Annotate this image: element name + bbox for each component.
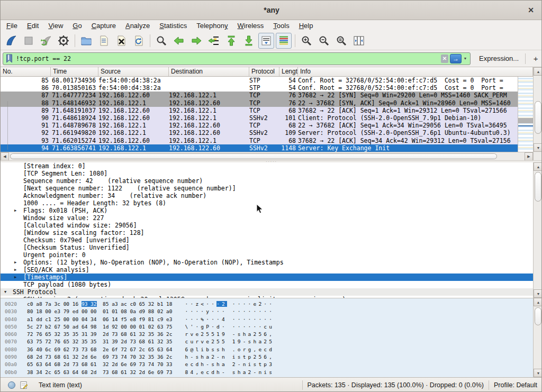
hex-row[interactable]: 00505c 27 b2 67 50 ad 64 98 1d 92 00 00 … <box>1 323 542 331</box>
packet-row-90[interactable]: 9071.648618924192.168.122.60192.168.122.… <box>1 114 518 122</box>
menu-file[interactable]: File <box>2 20 22 31</box>
packet-row-89[interactable]: 8971.648191037192.168.122.60192.168.122.… <box>1 107 518 114</box>
hex-row[interactable]: 0040a1 dd c1 25 00 00 04 34 06 14 f5 e8 … <box>1 316 542 323</box>
hex-row[interactable]: 006072 76 65 32 35 35 31 39 2d 73 68 61 … <box>1 331 542 338</box>
detail-ssh-protocol[interactable]: ▼SSH Protocol <box>1 288 533 296</box>
detail-flags[interactable]: ▶Flags: 0x018 (PSH, ACK) <box>1 207 533 214</box>
start-capture-button[interactable] <box>3 33 19 49</box>
packet-row-92[interactable]: 9271.661949820192.168.122.1192.168.122.6… <box>1 129 518 136</box>
add-filter-button[interactable]: + <box>531 54 540 63</box>
expression-button[interactable]: Expression... <box>479 54 519 62</box>
go-back-button[interactable] <box>171 33 187 49</box>
intelligent-scrollbar-minimap[interactable] <box>518 77 533 152</box>
display-filter-input[interactable]: !tcp.port == 22 ✕ → ▼ <box>3 52 471 65</box>
scroll-down-button[interactable]: ▼ <box>534 143 542 152</box>
restart-capture-button[interactable] <box>38 33 54 49</box>
column-header-source[interactable]: Source <box>98 67 169 76</box>
go-forward-button[interactable] <box>188 33 204 49</box>
apply-filter-button[interactable]: → <box>450 54 462 63</box>
hex-vscrollbar[interactable]: ▲ ▼ <box>533 298 542 377</box>
column-header-destination[interactable]: Destination <box>169 67 249 76</box>
detail-window-scaling[interactable]: [Window size scaling factor: 128] <box>1 229 533 236</box>
packet-list-hscrollbar[interactable]: ◀ ▶ <box>1 152 533 160</box>
expand-arrow-icon[interactable]: ▶ <box>14 274 22 281</box>
titlebar[interactable]: *any ✕ <box>1 1 542 20</box>
menu-tools[interactable]: Tools <box>268 20 294 31</box>
hex-row[interactable]: 00b038 34 2c 65 63 64 68 2d 73 68 61 32 … <box>1 369 542 376</box>
menu-analyze[interactable]: Analyze <box>121 20 155 31</box>
capture-comment-icon[interactable] <box>20 381 28 389</box>
expert-info-icon[interactable] <box>8 381 15 389</box>
expand-arrow-icon[interactable]: ▶ <box>14 266 22 274</box>
column-header-time[interactable]: Time <box>51 67 98 76</box>
detail-window-size[interactable]: Window size value: 227 <box>1 214 533 222</box>
scroll-down-button[interactable]: ▼ <box>534 369 542 377</box>
zoom-in-button[interactable] <box>299 33 314 49</box>
expand-arrow-icon[interactable]: ▶ <box>14 207 22 214</box>
column-header-length[interactable]: Length <box>279 67 298 76</box>
detail-stream-index[interactable]: [Stream index: 0] <box>1 162 533 170</box>
save-file-button[interactable] <box>96 33 112 49</box>
scroll-up-button[interactable]: ▲ <box>534 162 542 171</box>
detail-seq-ack-analysis[interactable]: ▶[SEQ/ACK analysis] <box>1 266 533 274</box>
zoom-out-button[interactable] <box>316 33 332 49</box>
menu-wireless[interactable]: Wireless <box>233 20 269 31</box>
scroll-left-button[interactable]: ◀ <box>1 152 9 161</box>
filter-history-caret[interactable]: ▼ <box>462 57 469 60</box>
detail-ack-number[interactable]: Acknowledgment number: 34 (relative ack … <box>1 192 533 199</box>
packet-list-vscroll-thumb[interactable] <box>535 101 541 134</box>
expand-arrow-icon[interactable]: ▶ <box>14 259 22 266</box>
menu-telephony[interactable]: Telephony <box>192 20 232 31</box>
packet-row-93[interactable]: 9371.662015274192.168.122.60192.168.122.… <box>1 137 518 144</box>
resize-columns-button[interactable] <box>351 33 367 49</box>
stop-capture-button[interactable] <box>21 33 37 49</box>
detail-header-length[interactable]: 1000 .... = Header Length: 32 bytes (8) <box>1 199 533 207</box>
find-packet-button[interactable] <box>153 33 169 49</box>
hex-row[interactable]: 00a065 63 64 68 2d 73 68 61 32 2d 6e 69 … <box>1 361 542 368</box>
reload-file-button[interactable] <box>131 33 147 49</box>
hex-row[interactable]: 007063 75 72 76 65 32 35 35 31 39 2d 73 … <box>1 338 542 345</box>
collapse-arrow-icon[interactable]: ▼ <box>4 288 12 296</box>
detail-timestamps-selected[interactable]: ▶[Timestamps] <box>1 274 533 281</box>
profile-label[interactable]: Profile: Default <box>494 381 537 389</box>
packet-row-85[interactable]: 8568.001734936fe:54:00:d4:38:2aSTP54Conf… <box>1 77 518 84</box>
go-first-packet-button[interactable] <box>223 33 239 49</box>
hex-vscroll-thumb[interactable] <box>535 307 541 325</box>
hex-row[interactable]: 0020c0 a8 7a 3c 00 16 93 32 85 a3 ac c0 … <box>1 300 542 308</box>
detail-next-sequence-number[interactable]: [Next sequence number: 1122 (relative se… <box>1 185 533 192</box>
detail-segment-len[interactable]: [TCP Segment Len: 1080] <box>1 170 533 177</box>
open-file-button[interactable] <box>78 33 94 49</box>
go-last-packet-button[interactable] <box>241 33 257 49</box>
detail-options[interactable]: ▶Options: (12 bytes), No-Operation (NOP)… <box>1 259 533 266</box>
menu-go[interactable]: Go <box>68 20 86 31</box>
column-header-no[interactable]: No. <box>1 67 51 76</box>
details-vscroll-thumb[interactable] <box>535 172 541 202</box>
close-file-button[interactable] <box>113 33 129 49</box>
packet-row-91[interactable]: 9171.648789678192.168.122.1192.168.122.6… <box>1 122 518 129</box>
column-header-info[interactable]: Info <box>298 67 533 76</box>
colorize-toggle[interactable] <box>276 33 292 49</box>
scroll-up-button[interactable]: ▲ <box>534 67 542 76</box>
hex-row[interactable]: 009068 2d 73 68 61 32 2d 6e 69 73 74 70 … <box>1 353 542 361</box>
detail-calculated-window[interactable]: [Calculated window size: 29056] <box>1 222 533 229</box>
packet-row-86[interactable]: 8670.013850163fe:54:00:d4:38:2aSTP54Conf… <box>1 84 518 92</box>
packet-row-87[interactable]: 8771.647777234192.168.122.60192.168.122.… <box>1 92 518 99</box>
detail-urgent-pointer[interactable]: Urgent pointer: 0 <box>1 251 533 259</box>
auto-scroll-toggle[interactable] <box>258 33 274 49</box>
menu-help[interactable]: Help <box>294 20 318 31</box>
menu-view[interactable]: View <box>43 20 68 31</box>
scroll-up-button[interactable]: ▲ <box>534 298 542 306</box>
detail-checksum[interactable]: Checksum: 0x79ed [unverified] <box>1 236 533 244</box>
hex-row[interactable]: 008036 40 6c 69 62 73 73 68 2e 6f 72 67 … <box>1 346 542 353</box>
packet-list-vscrollbar[interactable]: ▲ ▼ <box>533 67 542 160</box>
go-to-packet-button[interactable] <box>206 33 222 49</box>
packet-row-94-selected[interactable]: 9471.663856741192.168.122.1192.168.122.6… <box>1 144 518 152</box>
capture-options-button[interactable] <box>56 33 71 49</box>
menu-statistics[interactable]: Statistics <box>155 20 192 31</box>
detail-tcp-payload[interactable]: TCP payload (1080 bytes) <box>1 281 533 288</box>
packet-list-hscroll-thumb[interactable] <box>10 153 497 159</box>
menu-capture[interactable]: Capture <box>87 20 121 31</box>
column-header-protocol[interactable]: Protocol <box>249 67 279 76</box>
clear-filter-button[interactable]: ✕ <box>441 54 448 63</box>
packet-row-88[interactable]: 8871.648146932192.168.122.1192.168.122.6… <box>1 99 518 107</box>
